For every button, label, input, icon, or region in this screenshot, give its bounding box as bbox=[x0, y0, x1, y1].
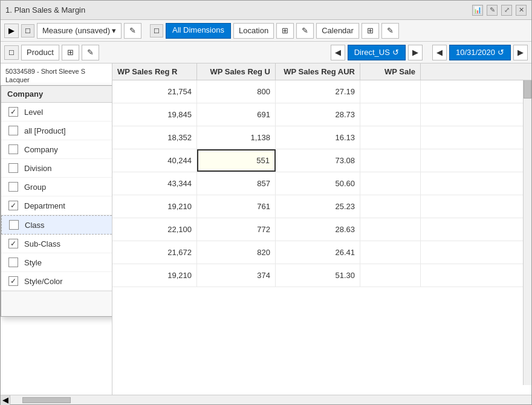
checkbox-all-product[interactable] bbox=[8, 126, 18, 135]
channel-nav-right[interactable]: ▶ bbox=[408, 45, 423, 60]
checkbox-company[interactable] bbox=[8, 144, 18, 154]
checkbox-division[interactable] bbox=[8, 163, 18, 173]
dropdown-item-style-color[interactable]: Style/Color bbox=[1, 272, 112, 291]
chart-button[interactable]: 📊 bbox=[472, 5, 483, 16]
cell-r7-c1: 21,672 bbox=[112, 241, 197, 264]
cell-r8-c2: 374 bbox=[197, 264, 276, 287]
dropdown-item-style[interactable]: Style bbox=[1, 253, 112, 272]
product-label: Product bbox=[27, 48, 54, 57]
level-label: Level bbox=[24, 108, 43, 117]
checkbox-style-color[interactable] bbox=[8, 276, 18, 286]
cell-r2-c1: 18,352 bbox=[112, 126, 197, 149]
date-refresh-icon: ↺ bbox=[498, 48, 504, 57]
title-bar: 1. Plan Sales & Margin 📊 ✎ ⤢ ✕ bbox=[1, 1, 531, 20]
channel-refresh-icon: ↺ bbox=[392, 48, 399, 57]
calendar-edit-button[interactable]: ✎ bbox=[381, 23, 399, 39]
cell-r4-c1: 43,344 bbox=[112, 172, 197, 195]
date-nav-right[interactable]: ▶ bbox=[513, 45, 528, 60]
checkbox-group[interactable] bbox=[8, 182, 18, 192]
small-square-icon2[interactable]: □ bbox=[150, 24, 163, 37]
dropdown-item-sub-class[interactable]: Sub-Class bbox=[1, 235, 112, 253]
edit-title-button[interactable]: ✎ bbox=[487, 5, 498, 16]
cell-r4-c3: 50.60 bbox=[276, 172, 360, 195]
table-row: 22,100 772 28.63 bbox=[112, 218, 531, 241]
cell-r1-c1: 19,845 bbox=[112, 103, 197, 126]
corner-arrow-icon: ▶ bbox=[8, 26, 15, 35]
department-label: Department bbox=[24, 201, 65, 210]
dropdown-item-all-product[interactable]: all [Product] bbox=[1, 122, 112, 140]
location-hierarchy-icon[interactable]: ⊞ bbox=[276, 23, 294, 39]
location-button[interactable]: Location bbox=[233, 23, 274, 39]
cell-r3-c1: 40,244 bbox=[112, 149, 197, 172]
product-hierarchy-icon[interactable]: ⊞ bbox=[62, 45, 79, 60]
date-display: 10/31/2020 ↺ bbox=[449, 45, 511, 60]
cell-r8-c4 bbox=[360, 264, 421, 287]
cell-r6-c4 bbox=[360, 218, 421, 241]
dropdown-item-group[interactable]: Group bbox=[1, 178, 112, 196]
cell-r3-c2[interactable]: 551 bbox=[197, 149, 276, 172]
window-title: 1. Plan Sales & Margin bbox=[5, 5, 85, 15]
channel-display: Direct_US ↺ bbox=[348, 45, 406, 60]
cell-r0-c2: 800 bbox=[197, 80, 276, 103]
date-nav-left[interactable]: ◀ bbox=[432, 45, 447, 60]
measure-dropdown-arrow-icon: ▾ bbox=[112, 26, 116, 35]
table-row: 19,210 374 51.30 bbox=[112, 264, 531, 287]
checkbox-department[interactable] bbox=[8, 201, 18, 210]
corner-btn2[interactable]: □ bbox=[4, 45, 19, 60]
cell-r1-c4 bbox=[360, 103, 421, 126]
channel-nav-left[interactable]: ◀ bbox=[331, 45, 345, 60]
close-button[interactable]: ✕ bbox=[516, 5, 527, 16]
dropdown-overlay: Company ▾ Level all [Product] Company bbox=[1, 85, 112, 317]
cell-r0-c4 bbox=[360, 80, 421, 103]
main-area: Company ▾ Level all [Product] Company bbox=[1, 63, 531, 395]
restore-button[interactable]: ⤢ bbox=[501, 5, 512, 16]
all-product-label: all [Product] bbox=[24, 126, 66, 135]
scrollbar-thumb-h[interactable] bbox=[22, 397, 71, 403]
table-row: 19,210 761 25.23 bbox=[112, 195, 531, 218]
all-dimensions-button[interactable]: All Dimensions bbox=[166, 23, 231, 39]
col-header-2: WP Sales Reg AUR bbox=[276, 63, 360, 80]
measure-edit-button[interactable]: ✎ bbox=[124, 23, 141, 39]
table-row: 43,344 857 50.60 bbox=[112, 172, 531, 195]
dropdown-title: Company bbox=[7, 89, 43, 99]
cell-r0-c1: 21,754 bbox=[112, 80, 197, 103]
table-row: 21,754 800 27.19 bbox=[112, 80, 531, 103]
cell-r6-c3: 28.63 bbox=[276, 218, 360, 241]
title-bar-buttons: 📊 ✎ ⤢ ✕ bbox=[472, 5, 527, 16]
style-color-label: Style/Color bbox=[24, 277, 63, 286]
cell-r4-c2: 857 bbox=[197, 172, 276, 195]
cell-r7-c4 bbox=[360, 241, 421, 264]
dropdown-header: Company ▾ bbox=[1, 86, 112, 103]
left-panel: Company ▾ Level all [Product] Company bbox=[1, 63, 112, 395]
checkbox-icon1[interactable]: □ bbox=[21, 24, 34, 37]
checkbox-sub-class[interactable] bbox=[8, 239, 18, 248]
location-label: Location bbox=[239, 26, 268, 35]
product-button[interactable]: Product bbox=[21, 45, 59, 60]
checkbox-class[interactable] bbox=[9, 220, 19, 230]
measure-label: Measure (unsaved) bbox=[42, 26, 110, 35]
vertical-scrollbar[interactable] bbox=[523, 63, 531, 385]
col-header-3: WP Sale bbox=[360, 63, 421, 80]
corner-toggle[interactable]: ▶ bbox=[4, 24, 19, 38]
location-edit-button[interactable]: ✎ bbox=[296, 23, 314, 39]
cell-r7-c3: 26.41 bbox=[276, 241, 360, 264]
measure-dropdown[interactable]: Measure (unsaved) ▾ bbox=[37, 23, 122, 39]
calendar-hierarchy-icon[interactable]: ⊞ bbox=[362, 23, 379, 39]
checkbox-style[interactable] bbox=[8, 258, 18, 267]
product-edit-button[interactable]: ✎ bbox=[82, 45, 99, 60]
class-label: Class bbox=[25, 221, 45, 230]
cell-r3-c3: 73.08 bbox=[276, 149, 360, 172]
cell-r2-c4 bbox=[360, 126, 421, 149]
dropdown-item-division[interactable]: Division bbox=[1, 159, 112, 178]
horizontal-scrollbar[interactable]: ◀ bbox=[1, 395, 531, 404]
dropdown-item-level[interactable]: Level bbox=[1, 103, 112, 122]
dropdown-item-company[interactable]: Company bbox=[1, 140, 112, 159]
dropdown-item-department[interactable]: Department bbox=[1, 196, 112, 215]
cell-r2-c2: 1,138 bbox=[197, 126, 276, 149]
checkbox-level[interactable] bbox=[8, 107, 18, 117]
dropdown-item-class[interactable]: Class bbox=[1, 215, 112, 235]
table-row: 18,352 1,138 16.13 bbox=[112, 126, 531, 149]
calendar-button[interactable]: Calendar bbox=[316, 23, 359, 39]
toolbar2: □ Product ⊞ ✎ ◀ Direct_US ↺ ▶ ◀ 10/31/20… bbox=[1, 42, 531, 63]
scroll-left-button[interactable]: ◀ bbox=[1, 395, 10, 405]
